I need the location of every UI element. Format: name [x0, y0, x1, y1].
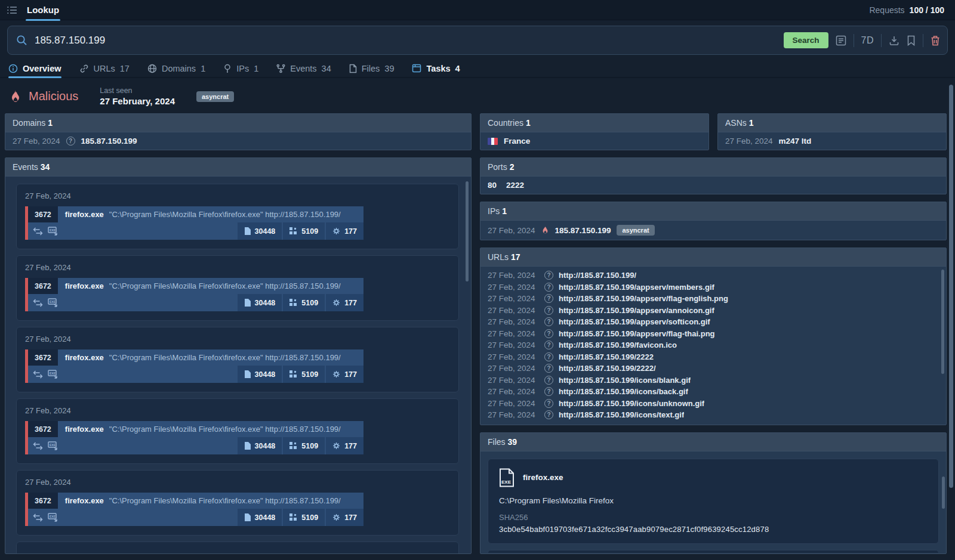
modules-count-chip[interactable]: 5109: [283, 437, 325, 454]
url-row[interactable]: 27 Feb, 2024 ? http://185.87.150.199/app…: [488, 293, 939, 305]
process-row[interactable]: 3672 firefox.exe "C:\Program Files\Mozil…: [25, 421, 363, 454]
files-count-chip[interactable]: 30448: [238, 294, 282, 311]
url-value[interactable]: http://185.87.150.199/2222: [559, 352, 654, 361]
url-row[interactable]: 27 Feb, 2024 ? http://185.87.150.199/fav…: [488, 339, 939, 351]
events-scrollbar-thumb[interactable]: [466, 181, 469, 281]
url-row[interactable]: 27 Feb, 2024 ? http://185.87.150.199/app…: [488, 328, 939, 340]
files-count-chip[interactable]: 30448: [238, 437, 282, 454]
swap-arrows-icon[interactable]: [33, 299, 43, 307]
process-row[interactable]: 3672 firefox.exe "C:\Program Files\Mozil…: [25, 278, 363, 311]
delete-icon[interactable]: [931, 35, 940, 46]
files-count-chip[interactable]: 30448: [238, 509, 282, 526]
url-row[interactable]: 27 Feb, 2024 ? http://185.87.150.199/: [488, 270, 939, 281]
url-value[interactable]: http://185.87.150.199/icons/unknown.gif: [559, 399, 704, 408]
file-name[interactable]: firefox.exe: [523, 473, 563, 482]
url-row[interactable]: 27 Feb, 2024 ? http://185.87.150.199/ico…: [488, 375, 939, 386]
registry-count-chip[interactable]: 177: [326, 509, 363, 526]
process-row[interactable]: 3672 firefox.exe "C:\Program Files\Mozil…: [25, 493, 363, 526]
urls-scrollbar-thumb[interactable]: [941, 270, 944, 374]
url-value[interactable]: http://185.87.150.199/appserv/softicon.g…: [559, 317, 710, 326]
process-name[interactable]: firefox.exe: [65, 210, 104, 219]
registry-count-chip[interactable]: 177: [326, 437, 363, 454]
query-report-icon[interactable]: [836, 35, 846, 46]
bookmark-icon[interactable]: [907, 35, 916, 46]
exe-window-icon[interactable]: EXE: [48, 370, 58, 379]
modules-count-chip[interactable]: 5109: [283, 294, 325, 311]
process-row[interactable]: 3672 firefox.exe "C:\Program Files\Mozil…: [25, 206, 363, 240]
registry-count-chip[interactable]: 177: [326, 294, 363, 311]
event-card[interactable]: 27 Feb, 2024 3672 firefox.exe "C:\Progra…: [16, 398, 459, 464]
url-row[interactable]: 27 Feb, 2024 ? http://185.87.150.199/222…: [488, 351, 939, 363]
event-card[interactable]: 27 Feb, 2024 3672 firefox.exe "C:\Progra…: [16, 184, 459, 249]
malware-tag[interactable]: asyncrat: [617, 225, 654, 236]
exe-window-icon[interactable]: EXE: [48, 227, 58, 236]
event-card[interactable]: 27 Feb, 2024 3672 firefox.exe "C:\Progra…: [16, 470, 459, 536]
modules-count-chip[interactable]: 5109: [283, 222, 325, 240]
port-value[interactable]: 80: [488, 181, 497, 190]
url-value[interactable]: http://185.87.150.199/2222/: [559, 364, 656, 373]
url-row[interactable]: 27 Feb, 2024 ? http://185.87.150.199/app…: [488, 316, 939, 328]
files-count-chip[interactable]: 30448: [238, 366, 282, 383]
file-card[interactable]: EXE firefox.exe C:\Program Files\Mozilla…: [488, 459, 939, 544]
download-icon[interactable]: [889, 35, 899, 46]
port-value[interactable]: 2222: [506, 181, 524, 190]
swap-arrows-icon[interactable]: [33, 370, 43, 379]
process-name[interactable]: firefox.exe: [65, 496, 104, 505]
exe-window-icon[interactable]: EXE: [48, 441, 58, 450]
tab-events[interactable]: Events 34: [276, 60, 331, 77]
page-scrollbar-thumb[interactable]: [949, 85, 953, 488]
url-row[interactable]: 27 Feb, 2024 ? http://185.87.150.199/222…: [488, 363, 939, 375]
url-value[interactable]: http://185.87.150.199/appserv/members.gi…: [559, 283, 714, 292]
tab-tasks[interactable]: Tasks 4: [412, 60, 460, 77]
ip-row[interactable]: 27 Feb, 2024 185.87.150.199 asyncrat: [480, 221, 946, 240]
files-count-chip[interactable]: 30448: [238, 222, 282, 240]
url-value[interactable]: http://185.87.150.199/appserv/flag-thai.…: [559, 329, 715, 338]
url-row[interactable]: 27 Feb, 2024 ? http://185.87.150.199/ico…: [488, 386, 939, 398]
tab-overview[interactable]: Overview: [8, 60, 61, 77]
swap-arrows-icon[interactable]: [33, 513, 43, 522]
url-row[interactable]: 27 Feb, 2024 ? http://185.87.150.199/ico…: [488, 409, 939, 421]
tab-domains[interactable]: Domains 1: [147, 60, 205, 77]
list-menu-icon[interactable]: [7, 6, 17, 14]
modules-count-chip[interactable]: 5109: [283, 366, 325, 383]
url-value[interactable]: http://185.87.150.199/favicon.ico: [559, 341, 677, 349]
malware-tag[interactable]: asyncrat: [196, 91, 234, 102]
url-value[interactable]: http://185.87.150.199/icons/text.gif: [559, 410, 684, 419]
event-card[interactable]: 27 Feb, 2024 3672 firefox.exe "C:\Progra…: [16, 327, 459, 392]
country-row[interactable]: France: [480, 132, 708, 150]
exe-window-icon[interactable]: EXE: [48, 298, 58, 307]
asn-row[interactable]: 27 Feb, 2024 m247 ltd: [718, 132, 946, 150]
registry-count-chip[interactable]: 177: [326, 366, 363, 383]
tab-ips[interactable]: IPs 1: [223, 60, 258, 77]
search-input[interactable]: [35, 35, 777, 47]
process-name[interactable]: firefox.exe: [65, 425, 104, 434]
url-value[interactable]: http://185.87.150.199/appserv/annoicon.g…: [559, 306, 714, 315]
tab-lookup[interactable]: Lookup: [27, 0, 59, 20]
url-value[interactable]: http://185.87.150.199/icons/blank.gif: [559, 376, 691, 385]
domain-row[interactable]: 27 Feb, 2024 ? 185.87.150.199: [5, 132, 471, 150]
registry-count-chip[interactable]: 177: [326, 222, 363, 240]
hash-value[interactable]: 3cb0e54babf019703fe671a32fcc3947aab9079e…: [499, 525, 928, 534]
process-name[interactable]: firefox.exe: [65, 281, 104, 290]
url-value[interactable]: http://185.87.150.199/: [559, 271, 636, 280]
process-row[interactable]: 3672 firefox.exe "C:\Program Files\Mozil…: [25, 349, 363, 383]
files-scrollbar-thumb[interactable]: [942, 477, 945, 509]
domain-value[interactable]: 185.87.150.199: [81, 137, 137, 146]
country-value[interactable]: France: [504, 137, 530, 146]
swap-arrows-icon[interactable]: [33, 442, 43, 450]
search-button[interactable]: Search: [784, 32, 828, 48]
url-row[interactable]: 27 Feb, 2024 ? http://185.87.150.199/app…: [488, 305, 939, 317]
process-name[interactable]: firefox.exe: [65, 353, 104, 362]
swap-arrows-icon[interactable]: [33, 227, 43, 236]
modules-count-chip[interactable]: 5109: [283, 509, 325, 526]
exe-window-icon[interactable]: EXE: [48, 513, 58, 522]
asn-value[interactable]: m247 ltd: [779, 137, 812, 146]
url-value[interactable]: http://185.87.150.199/appserv/flag-engli…: [559, 294, 728, 303]
url-row[interactable]: 27 Feb, 2024 ? http://185.87.150.199/app…: [488, 281, 939, 293]
ip-value[interactable]: 185.87.150.199: [555, 226, 611, 235]
url-row[interactable]: 27 Feb, 2024 ? http://185.87.150.199/ico…: [488, 398, 939, 410]
tab-urls[interactable]: URLs 17: [79, 60, 130, 77]
event-card[interactable]: 27 Feb, 2024 3672 firefox.exe "C:\Progra…: [16, 255, 459, 321]
tab-files[interactable]: Files 39: [349, 60, 395, 77]
url-value[interactable]: http://185.87.150.199/icons/back.gif: [559, 387, 688, 396]
